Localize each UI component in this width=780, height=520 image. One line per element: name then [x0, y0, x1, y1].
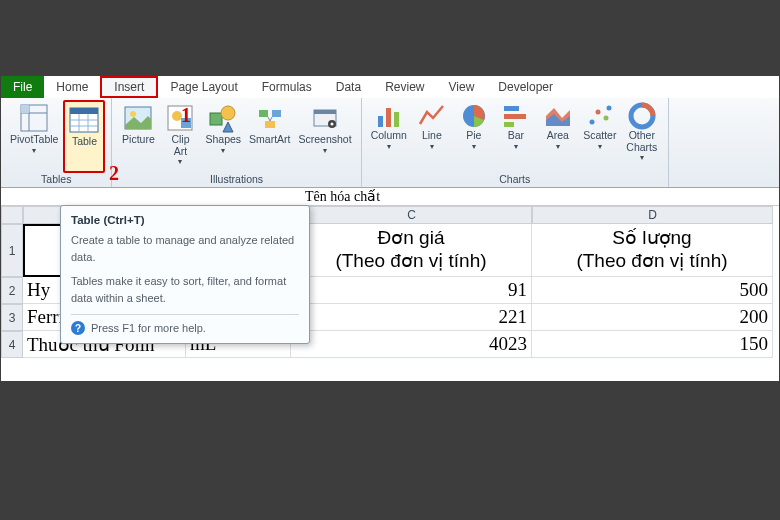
formula-bar: Tên hóa chất [1, 188, 779, 206]
other-charts-icon [628, 102, 656, 130]
other-charts-button[interactable]: Other Charts▾ [622, 100, 662, 173]
chevron-down-icon: ▾ [430, 142, 434, 151]
picture-button[interactable]: Picture [118, 100, 158, 173]
shapes-icon [207, 102, 239, 134]
tooltip-title: Table (Ctrl+T) [71, 214, 299, 226]
cell-C2[interactable]: 91 [291, 277, 532, 304]
tab-developer[interactable]: Developer [486, 76, 565, 98]
bar-chart-button[interactable]: Bar▾ [496, 100, 536, 173]
row-header-1[interactable]: 1 [1, 224, 23, 277]
svg-point-24 [331, 123, 334, 126]
col-header-C[interactable]: C [291, 206, 532, 224]
pivottable-label: PivotTable [10, 134, 58, 146]
chevron-down-icon: ▾ [32, 146, 36, 155]
row-header-3[interactable]: 3 [1, 304, 23, 331]
group-label-charts: Charts [368, 173, 662, 187]
tab-file[interactable]: File [1, 76, 44, 98]
cell-D2[interactable]: 500 [532, 277, 773, 304]
clipart-label: Clip Art [171, 134, 189, 157]
column-chart-button[interactable]: Column▾ [368, 100, 410, 173]
group-tables: PivotTable▾ Table Tables [1, 98, 112, 187]
ribbon-tabs: File Home Insert Page Layout Formulas Da… [1, 76, 779, 98]
cell-D4[interactable]: 150 [532, 331, 773, 358]
chevron-down-icon: ▾ [598, 142, 602, 151]
tooltip-p2: Tables make it easy to sort, filter, and… [71, 273, 299, 306]
tooltip-footer-text: Press F1 for more help. [91, 322, 206, 334]
column-chart-label: Column [371, 130, 407, 142]
screenshot-button[interactable]: Screenshot▾ [296, 100, 355, 173]
cell-D3[interactable]: 200 [532, 304, 773, 331]
shapes-label: Shapes [205, 134, 241, 146]
bar-chart-icon [502, 102, 530, 130]
line-chart-button[interactable]: Line▾ [412, 100, 452, 173]
picture-icon [122, 102, 154, 134]
cell-D1[interactable]: Số lượng(Theo đơn vị tính) [532, 224, 773, 277]
pie-chart-button[interactable]: Pie▾ [454, 100, 494, 173]
pie-chart-label: Pie [466, 130, 481, 142]
svg-rect-31 [504, 122, 514, 127]
svg-rect-3 [21, 105, 29, 113]
table-button[interactable]: Table [63, 100, 105, 173]
pivottable-button[interactable]: PivotTable▾ [7, 100, 61, 173]
chevron-down-icon: ▾ [221, 146, 225, 155]
group-label-tables: Tables [7, 173, 105, 187]
tooltip-footer: ? Press F1 for more help. [71, 314, 299, 335]
tooltip-p1: Create a table to manage and analyze rel… [71, 232, 299, 265]
shapes-button[interactable]: Shapes▾ [202, 100, 244, 173]
tab-home[interactable]: Home [44, 76, 100, 98]
pivottable-icon [18, 102, 50, 134]
scatter-chart-button[interactable]: Scatter▾ [580, 100, 620, 173]
group-charts: Column▾ Line▾ Pie▾ Bar▾ Area▾ [362, 98, 669, 187]
svg-point-11 [130, 111, 136, 117]
svg-point-37 [606, 106, 611, 111]
area-chart-icon [544, 102, 572, 130]
svg-rect-18 [259, 110, 268, 117]
scatter-chart-label: Scatter [583, 130, 616, 142]
tab-page-layout[interactable]: Page Layout [158, 76, 249, 98]
tab-data[interactable]: Data [324, 76, 373, 98]
area-chart-label: Area [547, 130, 569, 142]
tab-review[interactable]: Review [373, 76, 436, 98]
svg-rect-5 [70, 108, 98, 114]
cell-C4[interactable]: 4023 [291, 331, 532, 358]
chevron-down-icon: ▾ [178, 157, 182, 166]
tab-formulas[interactable]: Formulas [250, 76, 324, 98]
chevron-down-icon: ▾ [556, 142, 560, 151]
group-illustrations: Picture Clip Art▾ Shapes▾ SmartArt Scree… [112, 98, 361, 187]
scatter-chart-icon [586, 102, 614, 130]
picture-label: Picture [122, 134, 155, 146]
tab-insert[interactable]: Insert [100, 76, 158, 98]
svg-point-35 [595, 110, 600, 115]
screenshot-icon [309, 102, 341, 134]
tooltip-table: Table (Ctrl+T) Create a table to manage … [60, 205, 310, 344]
row-header-2[interactable]: 2 [1, 277, 23, 304]
svg-rect-27 [394, 112, 399, 127]
chevron-down-icon: ▾ [387, 142, 391, 151]
svg-point-34 [589, 120, 594, 125]
smartart-button[interactable]: SmartArt [246, 100, 293, 173]
help-icon: ? [71, 321, 85, 335]
svg-rect-19 [272, 110, 281, 117]
col-header-D[interactable]: D [532, 206, 773, 224]
column-chart-icon [375, 102, 403, 130]
chevron-down-icon: ▾ [640, 153, 644, 162]
smartart-icon [254, 102, 286, 134]
table-label: Table [72, 136, 97, 148]
svg-point-36 [603, 116, 608, 121]
svg-rect-20 [265, 121, 275, 128]
svg-rect-30 [504, 114, 526, 119]
area-chart-button[interactable]: Area▾ [538, 100, 578, 173]
formula-value[interactable]: Tên hóa chất [301, 188, 380, 205]
screenshot-label: Screenshot [299, 134, 352, 146]
line-chart-icon [418, 102, 446, 130]
select-all-corner[interactable] [1, 206, 23, 224]
row-header-4[interactable]: 4 [1, 331, 23, 358]
cell-C3[interactable]: 221 [291, 304, 532, 331]
svg-rect-26 [386, 108, 391, 127]
smartart-label: SmartArt [249, 134, 290, 146]
svg-rect-25 [378, 116, 383, 127]
pie-chart-icon [460, 102, 488, 130]
tab-view[interactable]: View [437, 76, 487, 98]
cell-C1[interactable]: Đơn giá(Theo đơn vị tính) [291, 224, 532, 277]
other-charts-label: Other Charts [626, 130, 657, 153]
